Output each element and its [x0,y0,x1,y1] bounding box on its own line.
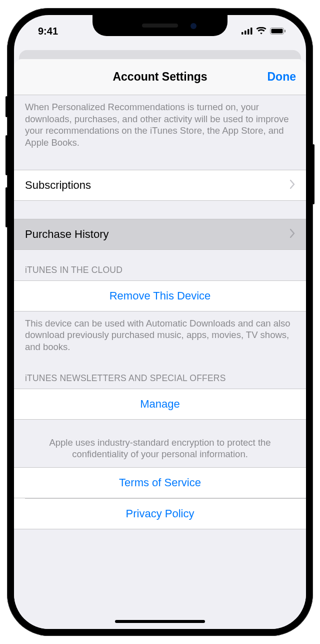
speaker-grille [142,24,178,28]
volume-up-button [6,135,8,175]
manage-label: Manage [140,398,180,411]
volume-down-button [6,187,8,227]
privacy-label: Privacy Policy [126,507,194,520]
notch [92,15,228,36]
home-indicator[interactable] [115,620,205,623]
svg-rect-0 [242,32,244,35]
remove-device-label: Remove This Device [110,289,211,302]
newsletters-header: iTUNES NEWSLETTERS AND SPECIAL OFFERS [14,362,306,389]
modal-sheet: Account Settings Done When Personalized … [14,59,306,629]
subscriptions-row[interactable]: Subscriptions [14,170,306,201]
recommendations-footer: When Personalized Recommendations is tur… [14,95,306,158]
remove-device-button[interactable]: Remove This Device [14,280,306,311]
phone-frame: 9:41 Account Settings Done When Pe [7,8,313,636]
svg-rect-6 [284,30,286,32]
battery-icon [270,26,286,37]
purchase-history-row[interactable]: Purchase History [14,219,306,250]
side-button [312,144,314,204]
svg-rect-2 [248,29,250,35]
chevron-right-icon [290,179,295,192]
svg-rect-1 [244,31,246,35]
manage-newsletters-button[interactable]: Manage [14,389,306,420]
done-button[interactable]: Done [268,70,296,84]
subscriptions-label: Subscriptions [25,179,91,192]
mute-switch [6,96,8,117]
itunes-cloud-header: iTUNES IN THE CLOUD [14,250,306,280]
front-camera [190,23,196,29]
terms-of-service-link[interactable]: Terms of Service [14,467,306,498]
privacy-policy-link[interactable]: Privacy Policy [14,498,306,529]
wifi-icon [256,26,266,37]
phone-screen: 9:41 Account Settings Done When Pe [14,15,306,629]
svg-rect-3 [250,28,252,35]
purchase-history-label: Purchase History [25,228,109,241]
cellular-icon [242,26,252,37]
encryption-footer: Apple uses industry-standard encryption … [14,420,306,467]
terms-label: Terms of Service [119,476,201,489]
status-icons [242,26,286,37]
page-title: Account Settings [112,70,207,84]
content-scroll[interactable]: When Personalized Recommendations is tur… [14,95,306,559]
status-time: 9:41 [34,26,58,37]
nav-bar: Account Settings Done [14,59,306,95]
itunes-cloud-footer: This device can be used with Automatic D… [14,311,306,362]
chevron-right-icon [290,228,295,241]
svg-rect-5 [272,29,283,33]
